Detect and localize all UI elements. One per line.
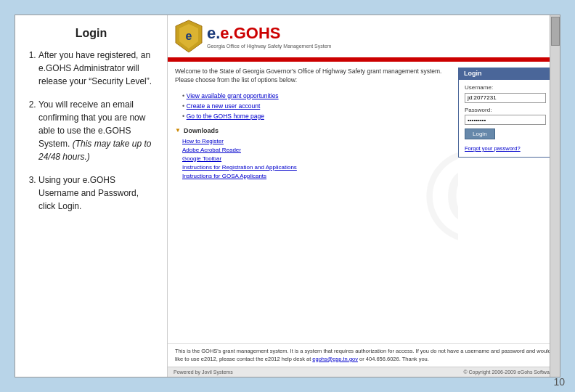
login-box: Login Username: Password: Login Forgot y… — [458, 68, 552, 343]
dl-instructions-gosa[interactable]: Instructions for GOSA Applicants — [182, 173, 266, 179]
download-links-list: How to Register Adobe Acrobat Reader Goo… — [175, 137, 451, 179]
download-item: Adobe Acrobat Reader — [182, 146, 451, 153]
download-item: Instructions for GOSA Applicants — [182, 172, 451, 179]
password-label: Password: — [465, 107, 546, 113]
left-panel: Login After you have registered, an e.GO… — [15, 15, 168, 377]
shield-icon: e — [175, 20, 203, 53]
dl-register[interactable]: How to Register — [182, 138, 224, 144]
footer-left: Powered by Jovil Systems — [174, 369, 233, 375]
links-list: View available grant opportunities Creat… — [182, 92, 451, 120]
egohs-logo-title: e.e.GOHS — [207, 24, 331, 43]
password-field-container: Password: — [465, 107, 546, 126]
link-item: View available grant opportunities — [182, 92, 451, 99]
downloads-section: Downloads How to Register Adobe Acrobat … — [175, 127, 451, 179]
username-input[interactable] — [465, 93, 546, 103]
step-1: After you have registered, an e.GOHS Adm… — [38, 49, 157, 88]
content-left: Welcome to the State of Georgia Governor… — [168, 62, 458, 343]
step-3: Using your e.GOHS Username and Password,… — [38, 173, 157, 213]
step-2: You will receive an email confirming tha… — [38, 98, 157, 163]
link-item: Go to the GOHS home page — [182, 113, 451, 120]
dl-google[interactable]: Google Toolbar — [182, 155, 221, 162]
right-panel: e e.e.GOHS Georgia Office of Highway Saf… — [168, 15, 560, 377]
link-item: Create a new user account — [182, 102, 451, 110]
link-gohs-home[interactable]: Go to the GOHS home page — [187, 113, 264, 120]
slide-container: Login After you have registered, an e.GO… — [15, 15, 560, 377]
footer-right: © Copyright 2006-2009 eGohs Software — [463, 369, 554, 375]
panel-title: Login — [25, 27, 157, 40]
link-grant-opportunities[interactable]: View available grant opportunities — [187, 92, 279, 99]
browser-footer: Powered by Jovil Systems © Copyright 200… — [168, 367, 560, 377]
download-item: How to Register — [182, 137, 451, 144]
egohs-logo-subtitle: Georgia Office of Highway Safety Managem… — [207, 44, 331, 49]
bottom-notice: This is the GOHS's grant management syst… — [168, 343, 560, 367]
bottom-notice-text-2: or 404.656.6026. Thank you. — [358, 356, 429, 362]
username-field-container: Username: — [465, 84, 546, 103]
login-button[interactable]: Login — [465, 128, 495, 139]
svg-text:e: e — [186, 30, 192, 42]
download-item: Google Toolbar — [182, 155, 451, 162]
browser-window: e e.e.GOHS Georgia Office of Highway Saf… — [168, 15, 560, 377]
page-number: 10 — [553, 376, 565, 388]
link-new-account[interactable]: Create a new user account — [187, 102, 261, 110]
dl-adobe[interactable]: Adobe Acrobat Reader — [182, 147, 241, 153]
welcome-text: Welcome to the State of Georgia Governor… — [175, 68, 451, 85]
scrollbar[interactable] — [550, 15, 560, 377]
steps-list: After you have registered, an e.GOHS Adm… — [25, 49, 157, 213]
egohs-header: e e.e.GOHS Georgia Office of Highway Saf… — [168, 15, 560, 60]
username-label: Username: — [465, 84, 546, 91]
dl-instructions-reg[interactable]: Instructions for Registration and Applic… — [182, 164, 297, 171]
bottom-email-link[interactable]: egohs@gsp.tn.gov — [312, 356, 358, 362]
logo-text-area: e.e.GOHS Georgia Office of Highway Safet… — [207, 24, 331, 49]
password-input[interactable] — [465, 115, 546, 125]
scrollbar-thumb[interactable] — [551, 17, 560, 46]
login-box-body: Username: Password: Login Forgot your pa… — [458, 79, 552, 158]
main-content: Welcome to the State of Georgia Governor… — [168, 62, 560, 343]
logo-area: e e.e.GOHS Georgia Office of Highway Saf… — [175, 20, 331, 53]
downloads-header: Downloads — [175, 127, 451, 134]
download-item: Instructions for Registration and Applic… — [182, 163, 451, 171]
forgot-password-link[interactable]: Forgot your password? — [465, 145, 521, 152]
login-box-header: Login — [458, 68, 552, 79]
